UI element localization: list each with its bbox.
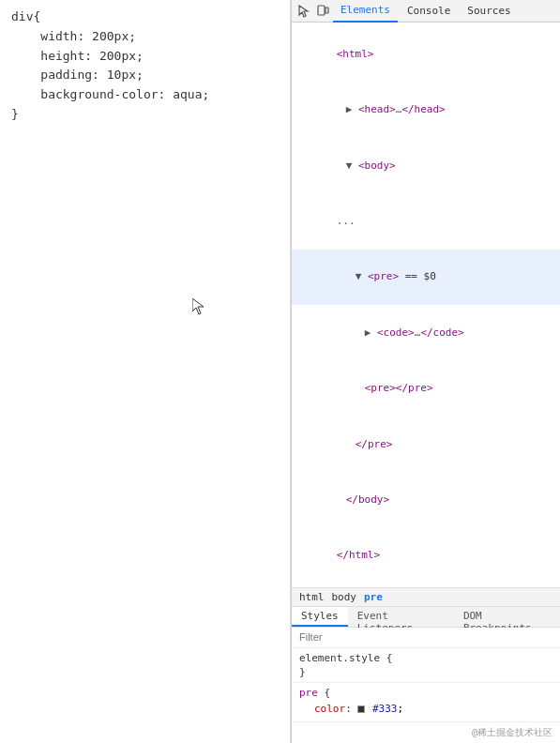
element-style-close: } xyxy=(299,666,552,678)
tree-pre-close[interactable]: </pre> xyxy=(292,417,560,472)
tree-body[interactable]: ▼ <body> xyxy=(292,138,560,193)
devtools-toolbar: Elements Console Sources xyxy=(292,0,560,23)
breadcrumb: html body pre xyxy=(292,588,560,607)
pre-selector-1: pre { xyxy=(299,687,552,699)
breadcrumb-html[interactable]: html xyxy=(297,591,326,603)
code-line-4: padding: 10px; xyxy=(11,66,279,85)
styles-tabs: Styles Event Listeners DOM Breakpoints xyxy=(292,607,560,628)
filter-bar xyxy=(292,628,560,648)
breadcrumb-body[interactable]: body xyxy=(330,591,359,603)
svg-marker-1 xyxy=(299,6,308,17)
pre-style-block-1: pre { color: #333; background: ▶ #f8f8f8… xyxy=(292,683,560,721)
code-editor: div{ width: 200px; height: 200px; paddin… xyxy=(0,0,291,743)
code-line-3: height: 200px; xyxy=(11,47,279,67)
tab-console[interactable]: Console xyxy=(400,0,458,23)
filter-input[interactable] xyxy=(299,631,552,643)
prop-color: color: #333; xyxy=(299,701,552,719)
code-line-5: background-color: aqua; xyxy=(11,85,279,105)
element-style-selector: element.style { xyxy=(299,652,552,664)
breadcrumb-pre[interactable]: pre xyxy=(362,591,385,603)
code-line-6: } xyxy=(11,105,279,125)
svg-rect-3 xyxy=(325,8,328,13)
devtools-panel: Elements Console Sources <html> ▶ <head>… xyxy=(291,0,560,743)
code-line-1: div{ xyxy=(11,8,279,27)
tab-event-listeners[interactable]: Event Listeners xyxy=(348,607,454,627)
tree-html[interactable]: <html> xyxy=(292,26,560,82)
tab-sources[interactable]: Sources xyxy=(460,0,518,23)
svg-rect-2 xyxy=(318,6,325,15)
tab-styles[interactable]: Styles xyxy=(292,607,348,627)
code-line-2: width: 200px; xyxy=(11,27,279,47)
svg-marker-0 xyxy=(192,298,204,314)
tree-pre-inner[interactable]: <pre></pre> xyxy=(292,360,560,416)
watermark: @稀土掘金技术社区 xyxy=(292,721,560,743)
tree-code[interactable]: ▶ <code>…</code> xyxy=(292,305,560,360)
tree-html-close[interactable]: </html> xyxy=(292,528,560,584)
mouse-cursor xyxy=(192,298,204,313)
tab-dom-breakpoints[interactable]: DOM Breakpoints xyxy=(454,607,560,627)
styles-content: element.style { } pre { color: #333; bac… xyxy=(292,628,560,721)
tree-pre-selected[interactable]: ▼ <pre> == $0 xyxy=(292,250,560,305)
device-icon[interactable] xyxy=(314,3,331,20)
tab-elements[interactable]: Elements xyxy=(333,0,398,23)
tree-body-close[interactable]: </body> xyxy=(292,472,560,527)
cursor-icon[interactable] xyxy=(295,3,312,20)
tree-dots-line[interactable]: ... xyxy=(292,193,560,249)
tree-head[interactable]: ▶ <head>…</head> xyxy=(292,82,560,137)
color-swatch-333[interactable] xyxy=(357,705,365,713)
elements-tree: <html> ▶ <head>…</head> ▼ <body> ... ▼ <… xyxy=(292,23,560,588)
element-style-block: element.style { } xyxy=(292,648,560,683)
